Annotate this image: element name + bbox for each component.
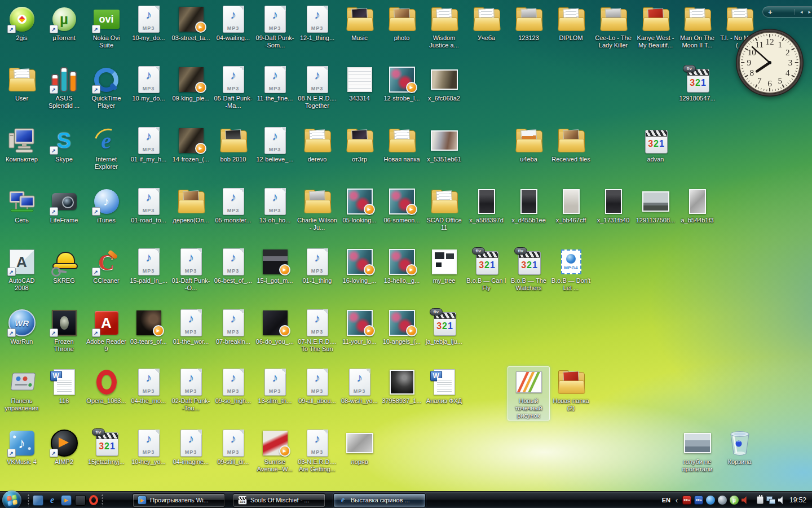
taskbar-window-button-1[interactable]: 321Souls Of Mischief - ... bbox=[233, 493, 325, 507]
desktop-icon[interactable]: x_5351eb61 bbox=[423, 125, 465, 164]
desktop-icon[interactable]: x_d455b1ee bbox=[508, 186, 550, 225]
desktop-icon[interactable]: ♪MP313-slim_th... bbox=[254, 366, 296, 406]
desktop-icon[interactable]: ♪MP309-all_abou... bbox=[296, 366, 338, 406]
desktop-icon[interactable]: ▶12-strobe_l... bbox=[381, 64, 423, 103]
desktop-icon[interactable]: flv321ja_tebja_lju... bbox=[423, 307, 465, 347]
gadget-prev-button[interactable]: ◂ bbox=[800, 9, 803, 15]
desktop-icon[interactable]: x_a588397d bbox=[465, 186, 508, 225]
desktop-icon[interactable]: 321advan bbox=[634, 125, 677, 164]
desktop-icon[interactable]: ▶Sunrise Avenue--W... bbox=[254, 427, 296, 474]
desktop-icon[interactable]: ♪MP315-paid_in_... bbox=[127, 246, 170, 286]
desktop-icon[interactable]: ▶10-angels_(... bbox=[381, 307, 423, 347]
quicklaunch-show-desktop-icon[interactable] bbox=[33, 495, 43, 506]
desktop-icon[interactable]: SCAD Office 11 bbox=[423, 186, 465, 233]
desktop-icon[interactable]: Man On The Moon II T... bbox=[676, 3, 718, 50]
desktop-icon[interactable]: flv321B.o.B — Can I Fly bbox=[465, 246, 508, 293]
desktop-icon[interactable]: DIPLOM bbox=[550, 3, 592, 43]
desktop-icon[interactable]: от3гр bbox=[338, 125, 381, 164]
tray-icon-player-speaker[interactable] bbox=[742, 496, 749, 505]
desktop-icon[interactable]: S↗Skype bbox=[43, 125, 85, 164]
desktop-icon[interactable]: ♪MP301-1_thing bbox=[296, 246, 338, 286]
tray-icon-ffu[interactable]: FFu bbox=[682, 496, 691, 505]
desktop-icon[interactable]: x_1731fb40 bbox=[592, 186, 634, 225]
desktop-icon[interactable]: u4eba bbox=[508, 125, 550, 164]
desktop-icon[interactable]: W116 bbox=[43, 366, 85, 406]
desktop-icon[interactable]: ▶13-hello,_g... bbox=[381, 246, 423, 286]
desktop-icon[interactable]: ♪MP301-Daft Punk--O... bbox=[170, 246, 212, 293]
tray-icon-wireless[interactable] bbox=[706, 496, 715, 505]
desktop-icon[interactable]: ♪↗iTunes bbox=[85, 186, 127, 225]
desktop-icon[interactable]: x_bb467cff bbox=[550, 186, 592, 225]
desktop-icon[interactable]: ♪MP305-monster... bbox=[212, 186, 254, 225]
desktop-icon[interactable]: ♪MP313-oh_ho... bbox=[254, 186, 296, 225]
desktop-icon[interactable]: flv32115jetazhnyj... bbox=[85, 427, 127, 467]
taskbar-window-button-2[interactable]: eВыставка скринов ... bbox=[333, 493, 426, 507]
desktop-icon[interactable]: bob 2010 bbox=[212, 125, 254, 164]
desktop-icon[interactable]: ♪MP303-N.E.R.D.... Are Getting... bbox=[296, 427, 338, 474]
desktop-icon[interactable]: ♪MP307-breakin... bbox=[212, 307, 254, 347]
desktop-icon[interactable]: ♪MP306-best_of_... bbox=[212, 246, 254, 286]
desktop-icon[interactable]: дерево(Ол... bbox=[170, 186, 212, 225]
toolbar-grip[interactable] bbox=[27, 494, 30, 506]
desktop-icon[interactable]: ♪MP311-the_fine... bbox=[254, 64, 296, 103]
desktop-icon[interactable]: 123123 bbox=[508, 3, 550, 43]
desktop-icon[interactable]: лоряв bbox=[338, 427, 381, 467]
desktop-icon[interactable]: µ↗µTorrent bbox=[43, 3, 85, 43]
desktop-icon[interactable]: 1291137508... bbox=[634, 186, 677, 225]
desktop-icon[interactable]: ♪MP301-road_to... bbox=[127, 186, 170, 225]
desktop-icon[interactable]: ovi↗Nokia Ovi Suite bbox=[85, 3, 127, 50]
taskbar-window-button-0[interactable]: ▶Проигрыватель Wi... bbox=[133, 493, 225, 507]
desktop-icon[interactable]: ♪MP310-hey_yo... bbox=[127, 427, 170, 467]
desktop[interactable]: ↗2gisµ↗µTorrentovi↗Nokia Ovi Suite♪MP310… bbox=[0, 0, 812, 491]
hide-tray-icons-chevron[interactable]: ‹ bbox=[674, 496, 679, 505]
desktop-icon[interactable]: flv321B.o.B — The Watchers bbox=[508, 246, 550, 293]
desktop-icon[interactable]: WАнализ ФХД bbox=[423, 366, 465, 406]
desktop-icon[interactable]: ▶15-i_got_m... bbox=[254, 246, 296, 286]
desktop-icon[interactable]: Учеба bbox=[465, 3, 508, 43]
desktop-icon[interactable]: Новая папка bbox=[381, 125, 423, 164]
desktop-icon[interactable]: ♪MP307-N.E.R.D.... To The Sun bbox=[296, 307, 338, 354]
desktop-icon[interactable]: ♪MP310-my_do... bbox=[127, 64, 170, 103]
desktop-icon[interactable]: голуби не пролетали bbox=[676, 427, 718, 474]
desktop-icon[interactable]: Opera_1063... bbox=[85, 366, 127, 406]
desktop-icon[interactable]: Панель управления bbox=[1, 366, 43, 413]
tray-icon-messenger[interactable] bbox=[718, 496, 727, 505]
tray-icon-utorrent[interactable]: µ bbox=[730, 496, 739, 505]
desktop-icon[interactable]: A↗Adobe Reader 9 bbox=[85, 307, 127, 354]
desktop-icon[interactable]: my_tree bbox=[423, 246, 465, 286]
desktop-icon[interactable]: Kanye West - My Beautif... bbox=[634, 3, 677, 50]
desktop-icon[interactable]: ▶05-looking... bbox=[338, 186, 381, 225]
desktop-icon[interactable]: ♪MP304-the_mo... bbox=[127, 366, 170, 406]
desktop-icon[interactable]: Music bbox=[338, 3, 381, 43]
desktop-icon[interactable]: ↗Frozen Throne bbox=[43, 307, 85, 354]
desktop-icon[interactable]: ▶11-your_lo... bbox=[338, 307, 381, 347]
desktop-icon[interactable]: User bbox=[1, 64, 43, 103]
desktop-icon[interactable]: Wisdom Justice a... bbox=[423, 3, 465, 50]
desktop-icon[interactable]: ♪MP309-Daft Punk--Som... bbox=[254, 3, 296, 50]
desktop-icon[interactable]: derevo bbox=[296, 125, 338, 164]
desktop-icon[interactable]: ▶09-king_pie... bbox=[170, 64, 212, 103]
desktop-icon[interactable]: ♪MP301-if_my_h... bbox=[127, 125, 170, 164]
desktop-icon[interactable]: Корзина bbox=[718, 427, 761, 467]
desktop-icon[interactable]: ♪MP310-my_do... bbox=[127, 3, 170, 43]
quicklaunch-opera-icon[interactable] bbox=[89, 495, 98, 505]
desktop-icon[interactable]: x_6fc068a2 bbox=[423, 64, 465, 103]
desktop-icon[interactable]: ♪MP312-1_thing... bbox=[296, 3, 338, 43]
tray-icon-network[interactable] bbox=[766, 496, 775, 505]
desktop-icon[interactable]: Charlie Wilson - Ju... bbox=[296, 186, 338, 233]
desktop-icon[interactable]: flv321129180547... bbox=[676, 64, 718, 103]
desktop-icon[interactable]: Cee-Lo - The Lady Killer bbox=[592, 3, 634, 50]
desktop-icon[interactable]: A↗AutoCAD 2008 bbox=[1, 246, 43, 293]
desktop-icon[interactable]: ▶06-someon... bbox=[381, 186, 423, 225]
desktop-icon[interactable]: MPG4B.o.B — Don't Let ... bbox=[550, 246, 592, 293]
desktop-icon[interactable]: 37958937_1... bbox=[381, 366, 423, 406]
desktop-icon[interactable]: ↗AIMP2 bbox=[43, 427, 85, 467]
desktop-icon[interactable]: Сеть bbox=[1, 186, 43, 225]
desktop-icon[interactable]: ♪MP308-N.E.R.D.... Together bbox=[296, 64, 338, 111]
desktop-icon[interactable]: WR↗WarRun bbox=[1, 307, 43, 347]
desktop-icon[interactable]: a_b544b1f3 bbox=[676, 186, 718, 225]
tray-icon-power[interactable] bbox=[757, 496, 764, 504]
desktop-icon[interactable]: ♪MP304-waiting... bbox=[212, 3, 254, 43]
desktop-icon[interactable]: ↗ASUS Splendid ... bbox=[43, 64, 85, 111]
desktop-icon[interactable]: 343314 bbox=[338, 64, 381, 103]
